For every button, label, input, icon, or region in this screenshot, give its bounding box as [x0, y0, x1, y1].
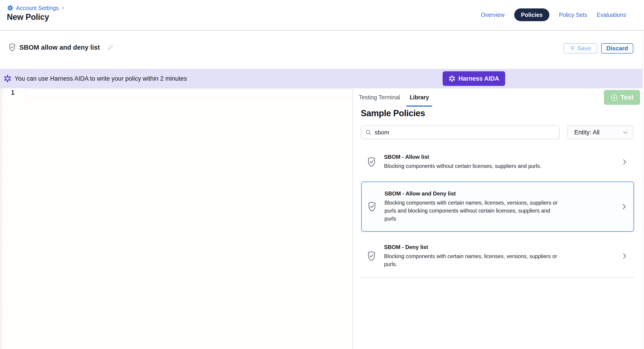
page-header: Account Settings New Policy Overview Pol… — [0, 0, 644, 31]
edit-pencil-icon[interactable] — [107, 44, 114, 51]
aida-flower-icon — [4, 75, 12, 82]
entity-filter-value: Entity: All — [574, 129, 600, 136]
nav-tab-policy-sets[interactable]: Policy Sets — [559, 12, 587, 18]
policy-editor-page: Account Settings New Policy Overview Pol… — [0, 0, 644, 349]
tab-testing-terminal[interactable]: Testing Terminal — [356, 94, 403, 107]
main-area: 1 Testing Terminal Library Test Sample P… — [0, 88, 644, 349]
save-button[interactable]: Save — [564, 43, 597, 53]
breadcrumb-chevron-icon — [61, 6, 65, 10]
policy-card-description: Blocking components with certain names, … — [384, 199, 562, 223]
save-button-label: Save — [578, 45, 591, 52]
search-icon — [365, 129, 372, 136]
sample-policies-search[interactable] — [361, 125, 560, 139]
policy-card-title: SBOM - Deny list — [384, 244, 562, 250]
sample-policies-heading: Sample Policies — [361, 108, 425, 118]
policy-card-description: Blocking components with certain names, … — [384, 252, 562, 268]
top-nav: Overview Policies Policy Sets Evaluation… — [481, 8, 626, 21]
right-rail-divider — [642, 31, 643, 349]
shield-check-icon — [9, 43, 16, 51]
play-circle-icon — [610, 94, 618, 101]
policy-list-divider — [358, 277, 634, 278]
policy-card-text: SBOM - Allow and Deny list Blocking comp… — [384, 190, 562, 223]
tab-library[interactable]: Library — [406, 94, 432, 107]
policy-toolbar: SBOM allow and deny list Save Discard — [0, 31, 644, 69]
policy-name-row: SBOM allow and deny list — [9, 43, 114, 51]
policy-card-description: Blocking components without certain lice… — [384, 162, 542, 170]
shield-check-icon — [368, 202, 376, 212]
policy-card-title: SBOM - Allow list — [384, 154, 542, 160]
chevron-right-icon[interactable] — [621, 158, 628, 166]
harness-aida-button[interactable]: Harness AIDA — [443, 71, 505, 86]
account-settings-gear-icon — [7, 4, 14, 11]
policy-card-sbom-allow-and-deny-list[interactable]: SBOM - Allow and Deny list Blocking comp… — [361, 182, 634, 232]
chevron-down-icon — [622, 129, 628, 135]
shield-check-icon — [367, 251, 376, 261]
policy-card-title: SBOM - Allow and Deny list — [384, 190, 562, 197]
editor-line-number: 1 — [0, 89, 26, 96]
aida-banner: You can use Harness AIDA to write your p… — [0, 69, 642, 88]
test-button[interactable]: Test — [604, 90, 640, 105]
policy-code-editor[interactable]: 1 — [0, 88, 352, 349]
editor-current-line[interactable] — [26, 89, 352, 96]
shield-check-icon — [367, 157, 376, 167]
nav-tab-policies[interactable]: Policies — [514, 8, 550, 21]
test-button-label: Test — [620, 94, 634, 101]
panel-tabs: Testing Terminal Library — [356, 94, 432, 107]
nav-tab-overview[interactable]: Overview — [481, 12, 504, 18]
nav-tab-evaluations[interactable]: Evaluations — [597, 12, 626, 18]
aida-button-flower-icon — [448, 75, 456, 82]
discard-button[interactable]: Discard — [601, 43, 633, 53]
policy-card-sbom-deny-list[interactable]: SBOM - Deny list Blocking components wit… — [361, 241, 634, 271]
toolbar-actions: Save Discard — [564, 43, 633, 53]
policy-name: SBOM allow and deny list — [20, 44, 100, 51]
chevron-right-icon[interactable] — [621, 203, 628, 211]
entity-filter-dropdown[interactable]: Entity: All — [568, 125, 633, 139]
policy-card-sbom-allow-list[interactable]: SBOM - Allow list Blocking components wi… — [361, 149, 634, 175]
search-input[interactable] — [375, 129, 559, 136]
aida-banner-message: You can use Harness AIDA to write your p… — [14, 75, 187, 82]
library-panel: Testing Terminal Library Test Sample Pol… — [353, 88, 642, 349]
chevron-right-icon[interactable] — [621, 252, 628, 260]
aida-button-label: Harness AIDA — [458, 75, 499, 82]
policy-card-text: SBOM - Deny list Blocking components wit… — [384, 244, 562, 268]
breadcrumb-account-settings-link[interactable]: Account Settings — [16, 5, 59, 11]
page-title: New Policy — [7, 12, 49, 22]
policy-card-text: SBOM - Allow list Blocking components wi… — [384, 154, 542, 170]
breadcrumb[interactable]: Account Settings — [7, 4, 65, 11]
upload-icon — [570, 46, 575, 51]
